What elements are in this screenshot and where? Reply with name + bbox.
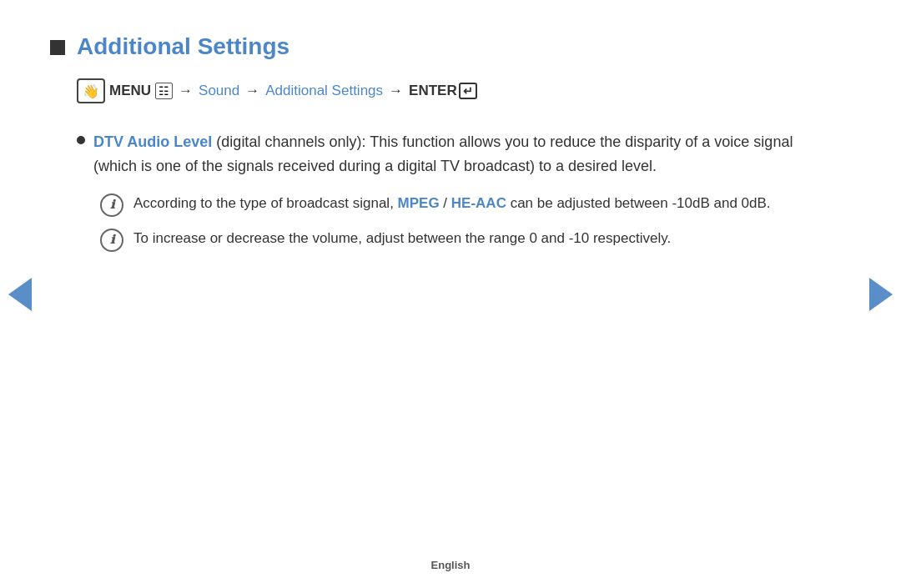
breadcrumb-arrow-1: → bbox=[179, 83, 193, 99]
note-icon-2: ℹ bbox=[100, 229, 123, 252]
note1-separator: / bbox=[440, 195, 451, 211]
note-text-1: According to the type of broadcast signa… bbox=[133, 192, 771, 215]
section-square-icon bbox=[50, 40, 65, 55]
breadcrumb-additional-settings: Additional Settings bbox=[265, 83, 383, 99]
breadcrumb-sound: Sound bbox=[199, 83, 239, 99]
section-title: Additional Settings bbox=[77, 33, 289, 60]
note-item-1: ℹ According to the type of broadcast sig… bbox=[100, 192, 834, 217]
note1-prefix: According to the type of broadcast signa… bbox=[133, 195, 398, 211]
breadcrumb-arrow-3: → bbox=[389, 83, 403, 99]
enter-icon: ↵ bbox=[459, 83, 477, 99]
note1-mpeg: MPEG bbox=[398, 195, 440, 211]
breadcrumb-enter-label: ENTER↵ bbox=[409, 83, 477, 100]
hand-icon: 👋 bbox=[83, 83, 99, 99]
note1-suffix: can be adjusted between -10dB and 0dB. bbox=[506, 195, 771, 211]
dtv-audio-level-term: DTV Audio Level bbox=[93, 133, 212, 150]
content-area: DTV Audio Level (digital channels only):… bbox=[77, 130, 834, 252]
bullet-text: DTV Audio Level (digital channels only):… bbox=[93, 130, 834, 178]
breadcrumb-arrow-2: → bbox=[245, 83, 259, 99]
note-text-2: To increase or decrease the volume, adju… bbox=[133, 227, 671, 250]
nav-arrow-right[interactable] bbox=[869, 278, 893, 311]
bullet-dot bbox=[77, 136, 85, 144]
bullet-item-dtv: DTV Audio Level (digital channels only):… bbox=[77, 130, 834, 178]
note-icon-1: ℹ bbox=[100, 193, 123, 217]
footer-language: English bbox=[431, 559, 471, 571]
breadcrumb-menu-label: MENU bbox=[109, 83, 151, 99]
section-heading: Additional Settings bbox=[50, 33, 834, 60]
breadcrumb: 👋 MENU ☷ → Sound → Additional Settings →… bbox=[77, 78, 834, 103]
page-container: Additional Settings 👋 MENU ☷ → Sound → A… bbox=[0, 0, 901, 588]
note-item-2: ℹ To increase or decrease the volume, ad… bbox=[100, 227, 834, 252]
remote-icon: 👋 bbox=[77, 78, 105, 103]
note1-heaac: HE-AAC bbox=[451, 195, 506, 211]
menu-grid-icon: ☷ bbox=[155, 83, 173, 99]
nav-arrow-left[interactable] bbox=[8, 278, 32, 311]
